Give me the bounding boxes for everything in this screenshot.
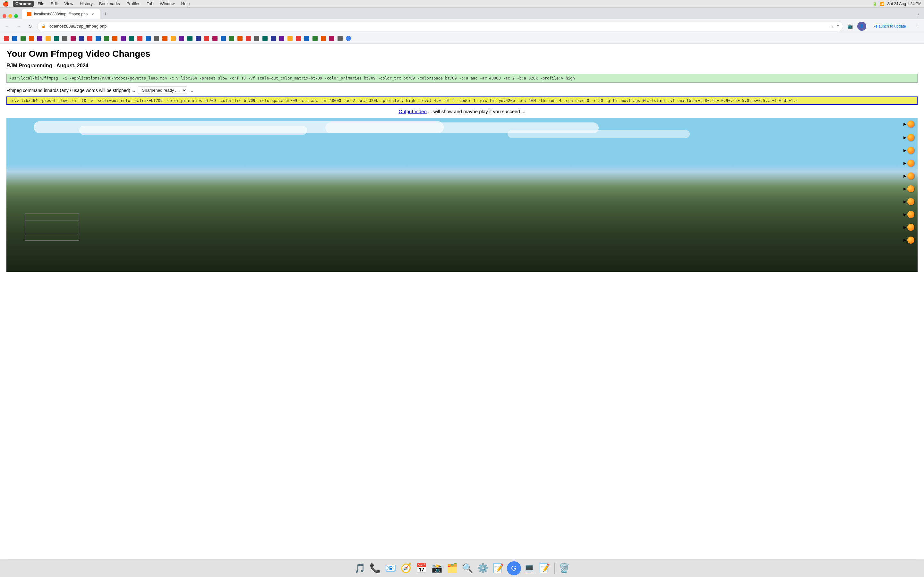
bookmark-item[interactable] — [286, 35, 294, 42]
bookmark-item[interactable] — [136, 35, 144, 42]
address-bar[interactable]: 🔒 localhost:8888/tmp_ffmpeg.php ☆ ≡ — [37, 21, 462, 31]
bookmark-item[interactable] — [94, 35, 102, 42]
bookmark-item[interactable] — [320, 35, 327, 42]
menubar: 🍎 Chrome File Edit View History Bookmark… — [0, 0, 462, 8]
command-input[interactable] — [6, 74, 462, 83]
menubar-history[interactable]: History — [77, 1, 95, 7]
menubar-edit[interactable]: Edit — [48, 1, 60, 7]
output-video-row: Output Video ... will show and maybe pla… — [6, 109, 462, 114]
maximize-button[interactable] — [14, 14, 18, 18]
bookmark-item[interactable] — [3, 35, 10, 42]
bookmark-item[interactable] — [294, 35, 302, 42]
tab-close-button[interactable]: ✕ — [90, 11, 95, 17]
bookmark-item[interactable] — [336, 35, 344, 42]
video-container: ▶ ▶ ▶ ▶ ▶ ▶ ▶ ▶ ▶ ▶ — [6, 118, 462, 272]
bookmark-item[interactable] — [270, 35, 277, 42]
bookmark-item[interactable] — [103, 35, 110, 42]
bookmark-item[interactable] — [53, 35, 60, 42]
minimize-button[interactable] — [8, 14, 12, 18]
bookmark-item[interactable] — [236, 35, 244, 42]
bookmark-item[interactable] — [278, 35, 286, 42]
ffmpeg-ellipsis: ... — [190, 88, 194, 93]
menubar-help[interactable]: Help — [179, 1, 192, 7]
bookmark-item[interactable] — [311, 35, 319, 42]
new-tab-button[interactable]: + — [102, 10, 110, 18]
page-title: Your Own Ffmpeg Video Changes — [6, 49, 462, 59]
cloud-3 — [325, 122, 462, 133]
bookmark-item[interactable] — [203, 35, 210, 42]
tab-active[interactable]: localhost:8888/tmp_ffmpeg.php ✕ — [22, 9, 100, 19]
chrome-window: localhost:8888/tmp_ffmpeg.php ✕ + ⋮ ← → … — [0, 8, 462, 288]
bookmark-item[interactable] — [344, 35, 352, 42]
menubar-profiles[interactable]: Profiles — [124, 1, 143, 7]
ffmpeg-label: Ffmpeg command innards (any / usage word… — [6, 88, 136, 93]
tab-title: localhost:8888/tmp_ffmpeg.php — [34, 12, 87, 16]
bookmark-item[interactable] — [328, 35, 336, 42]
output-video-text: ... will show and maybe play if you succ… — [428, 109, 462, 114]
close-button[interactable] — [3, 14, 6, 18]
video-frame: ▶ ▶ ▶ ▶ ▶ ▶ ▶ ▶ ▶ ▶ — [6, 118, 462, 272]
reload-button[interactable]: ↻ — [26, 22, 35, 31]
forward-button[interactable]: → — [14, 22, 23, 31]
bookmark-item[interactable] — [144, 35, 152, 42]
output-video-link[interactable]: Output Video — [399, 109, 427, 114]
menubar-tab[interactable]: Tab — [144, 1, 156, 7]
page-content: Your Own Ffmpeg Video Changes RJM Progra… — [0, 44, 462, 288]
fence — [25, 213, 79, 241]
bookmark-item[interactable] — [128, 35, 136, 42]
bookmark-item[interactable] — [153, 35, 160, 42]
bookmark-item[interactable] — [86, 35, 94, 42]
bookmark-item[interactable] — [36, 35, 44, 42]
bookmark-item[interactable] — [186, 35, 194, 42]
bookmark-item[interactable] — [178, 35, 186, 42]
apple-menu[interactable]: 🍎 — [3, 1, 9, 7]
bookmark-item[interactable] — [194, 35, 202, 42]
bookmark-item[interactable] — [220, 35, 227, 42]
bookmark-item[interactable] — [69, 35, 77, 42]
cloud-2 — [79, 126, 307, 135]
bookmark-item[interactable] — [78, 35, 86, 42]
page-subtitle: RJM Programming - August, 2024 — [6, 63, 462, 69]
tab-bar: localhost:8888/tmp_ffmpeg.php ✕ + ⋮ — [0, 8, 462, 19]
bookmark-item[interactable] — [161, 35, 169, 42]
bookmark-item[interactable] — [303, 35, 310, 42]
bookmark-item[interactable] — [111, 35, 119, 42]
url-text[interactable]: localhost:8888/tmp_ffmpeg.php — [48, 24, 462, 29]
command-output: -c:v libx264 -preset slow -crf 18 -vf sc… — [6, 97, 462, 105]
bookmark-item[interactable] — [19, 35, 27, 42]
tab-favicon — [27, 12, 31, 16]
command-input-row — [6, 74, 462, 83]
bookmark-item[interactable] — [170, 35, 177, 42]
bookmarks-bar — [0, 33, 462, 44]
bookmark-item[interactable] — [120, 35, 127, 42]
bookmark-item[interactable] — [27, 35, 35, 42]
bookmark-item[interactable] — [44, 35, 52, 42]
bookmark-item[interactable] — [211, 35, 219, 42]
nav-bar: ← → ↻ 🔒 localhost:8888/tmp_ffmpeg.php ☆ … — [0, 19, 462, 33]
ffmpeg-select[interactable]: Sharpened ready ... — [138, 87, 187, 94]
menubar-file[interactable]: File — [35, 1, 47, 7]
bookmark-item[interactable] — [261, 35, 269, 42]
bookmark-item[interactable] — [228, 35, 236, 42]
menubar-chrome[interactable]: Chrome — [13, 1, 34, 7]
ffmpeg-label-row: Ffmpeg command innards (any / usage word… — [6, 87, 462, 94]
menubar-view[interactable]: View — [61, 1, 76, 7]
bookmark-item[interactable] — [61, 35, 69, 42]
bookmark-item[interactable] — [244, 35, 252, 42]
back-button[interactable]: ← — [3, 22, 11, 31]
menubar-window[interactable]: Window — [157, 1, 177, 7]
bookmark-item[interactable] — [11, 35, 19, 42]
lock-icon: 🔒 — [41, 24, 46, 28]
bookmark-item[interactable] — [253, 35, 260, 42]
menubar-bookmarks[interactable]: Bookmarks — [97, 1, 123, 7]
